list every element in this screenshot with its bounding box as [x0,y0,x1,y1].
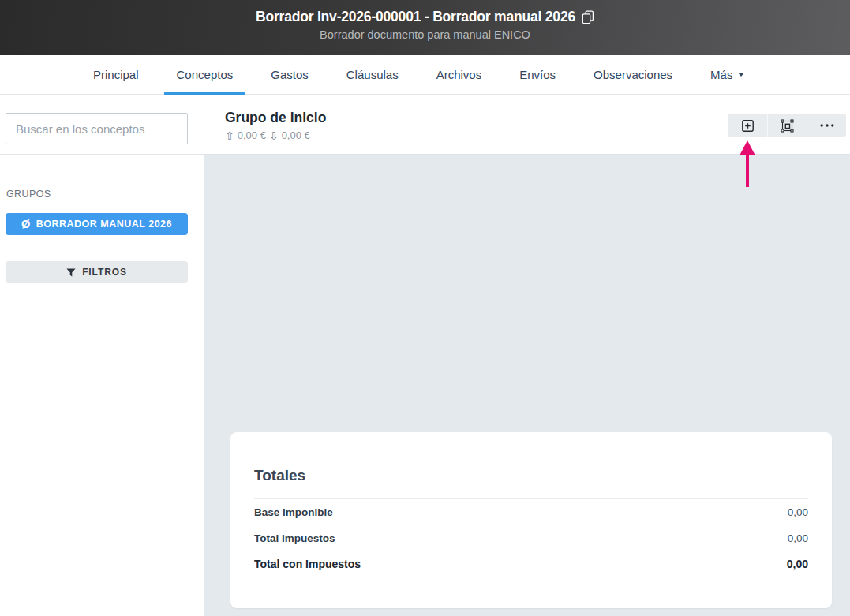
totals-card: Totales Base imponible 0,00 Total Impues… [230,432,832,608]
add-concept-button[interactable] [728,114,767,137]
tab-label: Observaciones [594,68,672,81]
filters-button[interactable]: FILTROS [6,261,188,283]
tab-label: Gastos [271,68,309,81]
table-row-base-imponible: Base imponible 0,00 [254,498,808,525]
group-title: Grupo de inicio [225,110,326,126]
row-value: 0,00 [788,506,808,518]
groups-heading: GRUPOS [6,189,51,200]
concepts-content: Grupo de inicio ⇧ 0,00 € ⇩ 0,00 € [204,95,850,616]
arrow-up-icon: ⇧ [225,130,234,141]
row-label: Base imponible [254,506,333,518]
tab-label: Principal [93,68,139,81]
frame-selection-icon [781,119,794,133]
tab-observaciones[interactable]: Observaciones [594,55,672,94]
tab-conceptos[interactable]: Conceptos [177,55,234,94]
amount-down: 0,00 € [282,129,310,141]
document-header: Borrador inv-2026-000001 - Borrador manu… [0,0,850,55]
more-options-button[interactable] [807,114,846,137]
tab-label: Más [710,68,732,81]
empty-set-icon: Ø [21,218,31,230]
plus-square-icon [741,119,755,133]
search-input[interactable] [6,113,188,144]
tab-label: Archivos [436,68,482,81]
tab-archivos[interactable]: Archivos [436,55,482,94]
row-label: Total con Impuestos [254,558,361,570]
concepts-sidebar: GRUPOS Ø BORRADOR MANUAL 2026 FILTROS [0,95,204,616]
table-row-total-con-impuestos: Total con Impuestos 0,00 [254,551,808,577]
filters-label: FILTROS [82,267,127,278]
ellipsis-icon [820,124,834,127]
totals-table: Base imponible 0,00 Total Impuestos 0,00… [254,498,808,577]
group-toolbar [728,114,846,137]
page-subtitle: Borrador documento para manual ENICO [0,28,850,41]
filter-funnel-icon [66,268,76,277]
group-selection-button[interactable] [767,114,807,137]
tab-mas[interactable]: Más [710,55,744,94]
annotation-arrow-head [740,140,755,155]
tab-envios[interactable]: Envíos [519,55,556,94]
tab-label: Cláusulas [346,68,399,81]
totals-title: Totales [254,467,305,484]
row-value: 0,00 [787,558,808,570]
copy-icon[interactable] [582,10,594,24]
group-filter-button[interactable]: Ø BORRADOR MANUAL 2026 [6,213,188,235]
chevron-down-icon [738,73,744,77]
tab-label: Envíos [519,68,556,81]
arrow-down-icon: ⇩ [269,130,279,141]
tab-principal[interactable]: Principal [93,55,139,94]
tab-label: Conceptos [177,68,234,81]
page-title: Borrador inv-2026-000001 - Borrador manu… [256,9,575,25]
row-value: 0,00 [788,532,808,544]
tab-bar: Principal Conceptos Gastos Cláusulas Arc… [0,55,850,95]
table-row-total-impuestos: Total Impuestos 0,00 [254,525,808,551]
tab-clausulas[interactable]: Cláusulas [346,55,399,94]
amount-up: 0,00 € [238,129,266,141]
row-label: Total Impuestos [254,532,335,544]
annotation-arrow-shaft [746,155,749,187]
group-filter-label: BORRADOR MANUAL 2026 [36,218,172,230]
sidebar-divider [0,154,204,155]
group-amounts: ⇧ 0,00 € ⇩ 0,00 € [225,129,310,141]
tab-gastos[interactable]: Gastos [271,55,309,94]
